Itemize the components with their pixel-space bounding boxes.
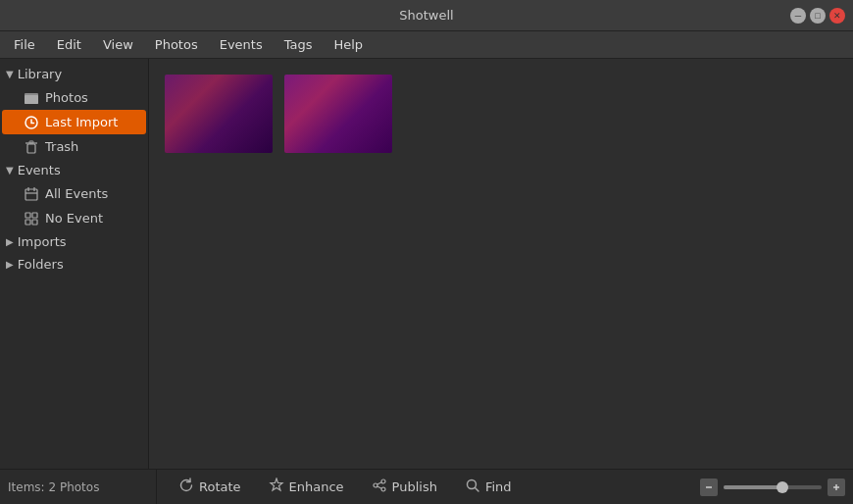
imports-arrow-icon: ▶ [6,236,14,247]
photo-thumbnail[interactable] [284,75,392,153]
publish-button[interactable]: Publish [358,474,451,501]
zoom-slider-thumb[interactable] [777,481,788,493]
zoom-in-icon[interactable] [828,479,845,496]
sidebar-item-trash[interactable]: Trash [2,134,146,159]
items-label: Items: [8,480,45,494]
publish-icon [372,478,387,497]
sidebar-item-all-events[interactable]: All Events [2,181,146,206]
close-button[interactable]: ✕ [829,8,845,24]
sidebar-all-events-label: All Events [45,186,108,201]
find-icon [465,478,480,497]
zoom-slider-fill [724,485,782,489]
menu-photos[interactable]: Photos [145,34,208,55]
svg-rect-6 [25,189,37,200]
photos-folder-icon [24,89,39,106]
sidebar-section-library[interactable]: ▼ Library [0,63,148,85]
events-arrow-icon: ▼ [6,165,14,176]
zoom-area [700,479,845,496]
publish-label: Publish [392,479,437,494]
zoom-slider[interactable] [724,485,822,489]
menu-tags[interactable]: Tags [275,34,323,55]
main-area: ▼ Library Photos Last Import [0,59,853,469]
svg-rect-10 [25,213,30,218]
library-arrow-icon: ▼ [6,69,14,79]
sidebar-item-photos[interactable]: Photos [2,85,146,110]
maximize-button[interactable]: □ [810,8,826,24]
photo-grid [149,59,853,469]
find-button[interactable]: Find [451,474,526,501]
svg-rect-3 [27,144,35,153]
titlebar: Shotwell ─ □ ✕ [0,0,853,31]
sidebar-item-last-import[interactable]: Last Import [2,110,146,134]
sidebar-trash-label: Trash [45,139,78,154]
sidebar-no-event-label: No Event [45,211,103,226]
svg-line-20 [475,487,478,491]
menu-file[interactable]: File [4,34,45,55]
toolbar-area: Rotate Enhance Publish [157,474,845,501]
folders-arrow-icon: ▶ [6,259,14,270]
svg-rect-1 [25,95,38,104]
menu-view[interactable]: View [93,34,143,55]
statusbar-items-count: Items: 2 Photos [8,470,157,504]
minimize-button[interactable]: ─ [790,8,806,24]
rotate-icon [178,478,194,497]
photo-count: 2 Photos [48,480,99,494]
window-controls: ─ □ ✕ [790,8,845,24]
zoom-out-icon[interactable] [700,479,718,496]
enhance-icon [269,478,284,497]
menu-events[interactable]: Events [210,34,273,55]
svg-rect-11 [32,213,37,218]
library-label: Library [18,67,62,81]
imports-label: Imports [18,234,67,249]
sidebar-item-no-event[interactable]: No Event [2,206,146,230]
enhance-button[interactable]: Enhance [255,474,358,501]
sidebar-last-import-label: Last Import [45,115,118,129]
sidebar: ▼ Library Photos Last Import [0,59,149,469]
all-events-icon [24,185,39,202]
svg-point-15 [381,479,385,483]
find-label: Find [485,479,512,494]
last-import-icon [24,114,39,130]
sidebar-section-folders[interactable]: ▶ Folders [0,253,148,276]
photo-thumbnail[interactable] [165,75,273,153]
app-title: Shotwell [399,8,453,23]
menu-help[interactable]: Help [324,34,373,55]
rotate-label: Rotate [199,479,241,494]
sidebar-section-imports[interactable]: ▶ Imports [0,230,148,253]
sidebar-photos-label: Photos [45,90,88,105]
svg-rect-13 [32,220,37,225]
menubar: File Edit View Photos Events Tags Help [0,31,853,59]
sidebar-section-events[interactable]: ▼ Events [0,159,148,181]
svg-rect-5 [29,141,33,143]
events-label: Events [18,163,61,177]
statusbar: Items: 2 Photos Rotate Enhance [0,469,853,504]
svg-rect-12 [25,220,30,225]
trash-icon [24,138,39,155]
svg-point-16 [381,487,385,491]
no-event-icon [24,210,39,227]
svg-point-14 [374,483,377,487]
menu-edit[interactable]: Edit [47,34,91,55]
rotate-button[interactable]: Rotate [165,474,255,501]
enhance-label: Enhance [289,479,344,494]
folders-label: Folders [18,257,64,272]
svg-line-18 [376,486,380,488]
svg-line-17 [376,481,380,483]
